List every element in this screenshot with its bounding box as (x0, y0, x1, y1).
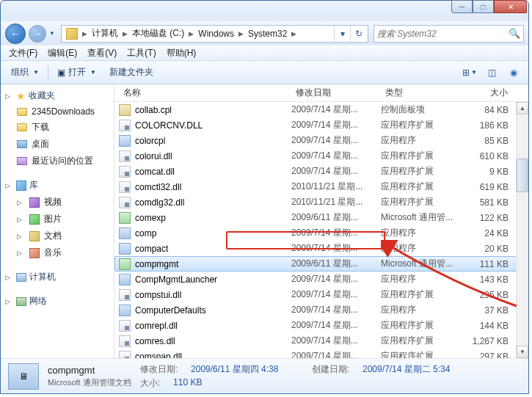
file-row[interactable]: comres.dll2009/7/14 星期...应用程序扩展1,267 KB (114, 333, 528, 349)
chevron-right-icon[interactable]: ▶ (187, 30, 195, 37)
file-row[interactable]: comsnap.dll2009/7/14 星期...应用程序扩展297 KB (114, 349, 528, 358)
menu-file[interactable]: 文件(F) (4, 45, 43, 61)
chevron-right-icon[interactable]: ▶ (121, 30, 129, 37)
network-icon (16, 297, 26, 306)
file-row[interactable]: collab.cpl2009/7/14 星期...控制面板项84 KB (114, 102, 528, 117)
file-name: ComputerDefaults (135, 305, 206, 316)
chevron-right-icon[interactable]: ▶ (237, 30, 245, 37)
menu-tools[interactable]: 工具(T) (122, 45, 161, 61)
help-button[interactable]: ◉ (503, 65, 524, 81)
folder-icon (17, 108, 27, 116)
search-icon[interactable]: 🔍 (509, 28, 520, 39)
scrollbar[interactable]: ▲ ▼ (516, 102, 528, 358)
address-dropdown[interactable]: ▾ (334, 26, 350, 42)
chevron-right-icon[interactable]: ▶ (81, 30, 89, 37)
breadcrumb-windows[interactable]: Windows (195, 26, 237, 42)
chevron-down-icon: ▼ (33, 69, 39, 76)
file-type: 应用程序扩展 (381, 335, 469, 347)
preview-pane-button[interactable]: ◫ (481, 65, 502, 81)
file-type: 应用程序扩展 (381, 165, 469, 178)
tree-favorites[interactable]: ▷★收藏夹 (1, 87, 114, 104)
menu-view[interactable]: 查看(V) (82, 45, 122, 61)
back-button[interactable]: ← (5, 23, 26, 44)
tree-computer[interactable]: ▷计算机 (1, 269, 114, 285)
file-size: 24 KB (469, 228, 513, 238)
scroll-up-button[interactable]: ▲ (517, 102, 528, 114)
refresh-button[interactable]: ↻ (350, 26, 366, 42)
sidebar-item-recent[interactable]: 最近访问的位置 (1, 153, 114, 170)
file-date: 2009/7/14 星期... (291, 350, 381, 358)
maximize-button[interactable]: □ (473, 0, 494, 13)
new-folder-button[interactable]: 新建文件夹 (103, 63, 159, 81)
file-row[interactable]: CompMgmtLauncher2009/7/14 星期...应用程序143 K… (114, 272, 528, 287)
file-type: 控制面板项 (381, 103, 469, 116)
file-row[interactable]: ComputerDefaults2009/7/14 星期...应用程序37 KB (114, 302, 528, 318)
file-icon (119, 258, 131, 270)
column-size[interactable]: 大小 (469, 87, 513, 99)
file-name: colorcpl (135, 136, 165, 146)
file-row[interactable]: colorcpl2009/7/14 星期...应用程序85 KB (114, 133, 528, 148)
open-button[interactable]: ▣打开▼ (51, 63, 102, 81)
tree-network[interactable]: ▷网络 (1, 293, 114, 310)
collapse-icon[interactable]: ▷ (5, 92, 13, 100)
file-row[interactable]: comdlg32.dll2010/11/21 星期...应用程序扩展581 KB (114, 194, 528, 210)
file-icon (119, 104, 131, 116)
folder-icon (66, 28, 78, 40)
file-type: 应用程序 (381, 242, 469, 255)
file-name: compstui.dll (135, 290, 181, 300)
file-size: 619 KB (469, 182, 513, 192)
close-button[interactable]: ✕ (494, 0, 527, 13)
file-type: Microsoft 通用管... (381, 258, 469, 270)
star-icon: ★ (16, 90, 26, 102)
file-type: 应用程序扩展 (381, 181, 469, 193)
file-icon (119, 135, 131, 147)
file-name: CompMgmtLauncher (135, 274, 217, 285)
breadcrumb-drive[interactable]: 本地磁盘 (C:) (129, 26, 187, 42)
details-pane: 🖥 compmgmt Microsoft 通用管理文档 修改日期: 2009/6… (1, 358, 528, 393)
collapse-icon[interactable]: ▷ (5, 298, 13, 305)
collapse-icon[interactable]: ▷ (5, 274, 13, 281)
file-row[interactable]: comcat.dll2009/7/14 星期...应用程序扩展9 KB (114, 164, 528, 179)
collapse-icon[interactable]: ▷ (5, 182, 13, 189)
sidebar-item-desktop[interactable]: 桌面 (1, 136, 114, 153)
breadcrumb-system32[interactable]: System32 (245, 26, 290, 42)
search-box[interactable]: 🔍 (374, 25, 524, 43)
file-row[interactable]: compstui.dll2009/7/14 星期...应用程序扩展295 KB (114, 287, 528, 302)
file-row[interactable]: comexp2009/6/11 星期...Microsoft 通用管...122… (114, 210, 528, 225)
file-list[interactable]: collab.cpl2009/7/14 星期...控制面板项84 KBCOLOR… (114, 102, 528, 358)
sidebar-item-pictures[interactable]: ▷图片 (1, 211, 114, 227)
file-row[interactable]: COLORCNV.DLL2009/7/14 星期...应用程序扩展186 KB (114, 117, 528, 133)
file-row[interactable]: comrepl.dll2009/7/14 星期...应用程序扩展144 KB (114, 318, 528, 333)
view-options-button[interactable]: ⊞ ▼ (459, 65, 480, 81)
column-name[interactable]: 名称 (119, 87, 291, 99)
breadcrumb-computer[interactable]: 计算机 (89, 26, 121, 42)
chevron-down-icon: ▼ (90, 69, 96, 76)
chevron-right-icon[interactable]: ▶ (290, 30, 298, 37)
column-type[interactable]: 类型 (381, 87, 469, 99)
tree-libraries[interactable]: ▷库 (1, 177, 114, 194)
sidebar-item-videos[interactable]: ▷视频 (1, 194, 114, 211)
organize-button[interactable]: 组织▼ (5, 63, 45, 81)
file-icon (119, 166, 131, 178)
column-date[interactable]: 修改日期 (291, 87, 381, 99)
nav-history-dropdown[interactable]: ▼ (49, 30, 58, 37)
file-name: COLORCNV.DLL (135, 120, 203, 131)
file-size: 1,267 KB (469, 336, 513, 346)
file-row[interactable]: colorui.dll2009/7/14 星期...应用程序扩展610 KB (114, 148, 528, 164)
search-input[interactable] (377, 29, 509, 39)
minimize-button[interactable]: ─ (451, 0, 473, 13)
sidebar-item-downloads[interactable]: 2345Downloads (1, 104, 114, 119)
forward-button[interactable]: → (29, 25, 46, 43)
scroll-thumb[interactable] (517, 159, 528, 192)
scroll-down-button[interactable]: ▼ (517, 346, 528, 358)
address-bar[interactable]: ▶ 计算机 ▶ 本地磁盘 (C:) ▶ Windows ▶ System32 ▶… (61, 25, 368, 43)
sidebar-item-music[interactable]: ▷音乐 (1, 244, 114, 261)
file-row[interactable]: compmgmt2009/6/11 星期...Microsoft 通用管...1… (114, 256, 528, 272)
file-row[interactable]: comp2009/7/14 星期...应用程序24 KB (114, 225, 528, 241)
file-row[interactable]: comctl32.dll2010/11/21 星期...应用程序扩展619 KB (114, 179, 528, 194)
menu-help[interactable]: 帮助(H) (161, 45, 202, 61)
menu-edit[interactable]: 编辑(E) (43, 45, 82, 61)
sidebar-item-downloads2[interactable]: 下载 (1, 119, 114, 136)
sidebar-item-documents[interactable]: ▷文档 (1, 227, 114, 244)
file-row[interactable]: compact2009/7/14 星期...应用程序20 KB (114, 241, 528, 256)
